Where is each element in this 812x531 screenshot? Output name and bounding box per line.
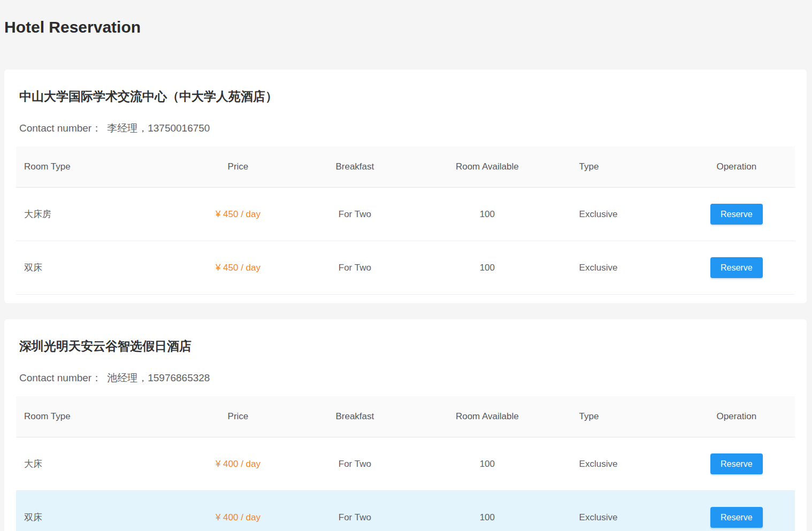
price-cell: ¥ 450 / day <box>187 188 288 241</box>
room-type-value: 双床 <box>24 512 42 522</box>
price-value: ¥ 450 / day <box>216 209 261 219</box>
column-header: Room Available <box>421 147 554 188</box>
room-available-cell: 100 <box>421 491 554 531</box>
type-cell: Exclusive <box>554 188 678 241</box>
contact-value: 池经理，15976865328 <box>107 372 210 383</box>
table-header-row: Room Type Price Breakfast Room Available… <box>16 147 795 188</box>
column-header: Operation <box>678 396 795 437</box>
type-cell: Exclusive <box>554 437 678 491</box>
contact-line: Contact number：池经理，15976865328 <box>19 371 795 386</box>
table-row: 双床 ¥ 450 / day For Two 100 Exclusive Res… <box>16 241 795 295</box>
reserve-button[interactable]: Reserve <box>710 204 763 225</box>
type-value: Exclusive <box>579 209 618 219</box>
hotel-card: 中山大学国际学术交流中心（中大学人苑酒店） Contact number：李经理… <box>4 70 807 303</box>
reserve-button[interactable]: Reserve <box>710 507 763 528</box>
room-available-cell: 100 <box>421 437 554 491</box>
contact-line: Contact number：李经理，13750016750 <box>19 121 795 136</box>
type-value: Exclusive <box>579 459 618 469</box>
column-header: Breakfast <box>289 396 422 437</box>
price-value: ¥ 400 / day <box>216 512 261 522</box>
contact-label: Contact number： <box>19 372 102 383</box>
hotel-name: 中山大学国际学术交流中心（中大学人苑酒店） <box>19 88 795 105</box>
operation-cell: Reserve <box>678 491 795 531</box>
column-header: Price <box>187 147 288 188</box>
breakfast-cell: For Two <box>289 437 422 491</box>
room-available-value: 100 <box>480 263 495 273</box>
column-header: Breakfast <box>289 147 422 188</box>
room-type-cell: 双床 <box>16 491 187 531</box>
breakfast-cell: For Two <box>289 491 422 531</box>
breakfast-value: For Two <box>339 512 371 522</box>
breakfast-cell: For Two <box>289 241 422 295</box>
hotel-card: 深圳光明天安云谷智选假日酒店 Contact number：池经理，159768… <box>4 319 807 531</box>
breakfast-cell: For Two <box>289 188 422 241</box>
operation-cell: Reserve <box>678 241 795 295</box>
contact-label: Contact number： <box>19 122 102 134</box>
price-cell: ¥ 400 / day <box>187 437 288 491</box>
room-table: Room Type Price Breakfast Room Available… <box>16 147 795 295</box>
table-row: 大床 ¥ 400 / day For Two 100 Exclusive Res… <box>16 437 795 491</box>
column-header: Room Type <box>16 396 187 437</box>
column-header: Room Available <box>421 396 554 437</box>
room-available-cell: 100 <box>421 188 554 241</box>
reserve-button[interactable]: Reserve <box>710 453 763 474</box>
operation-cell: Reserve <box>678 437 795 491</box>
room-available-value: 100 <box>480 459 495 469</box>
column-header: Room Type <box>16 147 187 188</box>
breakfast-value: For Two <box>339 263 371 273</box>
type-cell: Exclusive <box>554 241 678 295</box>
price-value: ¥ 400 / day <box>216 459 261 469</box>
price-cell: ¥ 450 / day <box>187 241 288 295</box>
operation-cell: Reserve <box>678 188 795 241</box>
room-type-value: 大床 <box>24 459 42 469</box>
column-header: Type <box>554 396 678 437</box>
contact-value: 李经理，13750016750 <box>107 122 210 134</box>
room-type-value: 双床 <box>24 263 42 273</box>
breakfast-value: For Two <box>339 459 371 469</box>
hotel-list: 中山大学国际学术交流中心（中大学人苑酒店） Contact number：李经理… <box>0 70 812 531</box>
room-available-cell: 100 <box>421 241 554 295</box>
room-available-value: 100 <box>480 209 495 219</box>
room-table: Room Type Price Breakfast Room Available… <box>16 396 795 531</box>
room-available-value: 100 <box>480 512 495 522</box>
price-value: ¥ 450 / day <box>216 263 261 273</box>
table-row: 大床房 ¥ 450 / day For Two 100 Exclusive Re… <box>16 188 795 241</box>
table-row: 双床 ¥ 400 / day For Two 100 Exclusive Res… <box>16 491 795 531</box>
type-value: Exclusive <box>579 263 618 273</box>
page-title: Hotel Reservation <box>4 16 812 39</box>
room-type-cell: 大床 <box>16 437 187 491</box>
room-type-value: 大床房 <box>24 209 51 219</box>
type-value: Exclusive <box>579 512 618 522</box>
room-type-cell: 双床 <box>16 241 187 295</box>
column-header: Price <box>187 396 288 437</box>
breakfast-value: For Two <box>339 209 371 219</box>
column-header: Type <box>554 147 678 188</box>
column-header: Operation <box>678 147 795 188</box>
type-cell: Exclusive <box>554 491 678 531</box>
reserve-button[interactable]: Reserve <box>710 257 763 278</box>
price-cell: ¥ 400 / day <box>187 491 288 531</box>
room-type-cell: 大床房 <box>16 188 187 241</box>
table-header-row: Room Type Price Breakfast Room Available… <box>16 396 795 437</box>
hotel-name: 深圳光明天安云谷智选假日酒店 <box>19 337 795 355</box>
